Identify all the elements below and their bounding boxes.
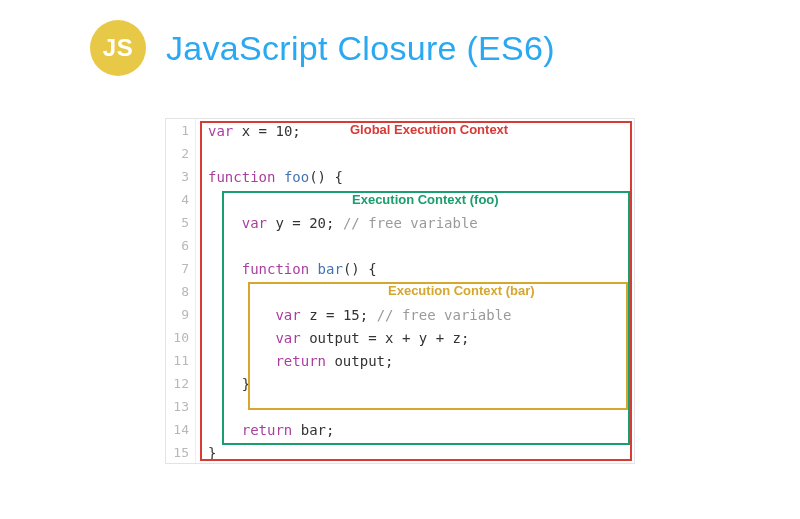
page-title: JavaScript Closure (ES6) bbox=[166, 29, 555, 68]
token-punc: () { bbox=[343, 261, 377, 277]
line-number: 10 bbox=[166, 330, 196, 345]
token-id bbox=[368, 307, 376, 323]
line-number: 3 bbox=[166, 169, 196, 184]
code-content: return output; bbox=[196, 353, 393, 369]
token-punc: ; bbox=[461, 330, 469, 346]
token-id: bar bbox=[292, 422, 326, 438]
code-line: 5 var y = 20; // free variable bbox=[166, 211, 634, 234]
token-func: bar bbox=[318, 261, 343, 277]
token-id bbox=[208, 215, 242, 231]
token-kw: function bbox=[208, 169, 275, 185]
code-line: 6 bbox=[166, 234, 634, 257]
token-cmt: // free variable bbox=[377, 307, 512, 323]
line-number: 7 bbox=[166, 261, 196, 276]
token-id: y bbox=[410, 330, 435, 346]
token-kw: var bbox=[208, 123, 233, 139]
token-punc: } bbox=[242, 376, 250, 392]
token-id: output bbox=[301, 330, 368, 346]
token-num: 10 bbox=[275, 123, 292, 139]
code-line: 4 bbox=[166, 188, 634, 211]
token-id bbox=[309, 261, 317, 277]
code-line: 15} bbox=[166, 441, 634, 464]
token-num: 15 bbox=[343, 307, 360, 323]
token-kw: return bbox=[275, 353, 326, 369]
code-editor: 1var x = 10;23function foo() {45 var y =… bbox=[165, 118, 635, 464]
token-num: 20 bbox=[309, 215, 326, 231]
token-func: foo bbox=[284, 169, 309, 185]
code-content: var z = 15; // free variable bbox=[196, 307, 512, 323]
js-badge-icon: JS bbox=[90, 20, 146, 76]
token-op: = bbox=[259, 123, 267, 139]
line-number: 13 bbox=[166, 399, 196, 414]
code-content: return bar; bbox=[196, 422, 334, 438]
code-line: 8 bbox=[166, 280, 634, 303]
token-id: x bbox=[377, 330, 402, 346]
token-kw: var bbox=[275, 330, 300, 346]
code-line: 3function foo() { bbox=[166, 165, 634, 188]
token-id bbox=[334, 215, 342, 231]
token-op: = bbox=[368, 330, 376, 346]
token-id bbox=[208, 307, 275, 323]
token-kw: var bbox=[275, 307, 300, 323]
token-op: + bbox=[436, 330, 444, 346]
code-line: 2 bbox=[166, 142, 634, 165]
token-id bbox=[208, 261, 242, 277]
code-line: 12 } bbox=[166, 372, 634, 395]
token-punc: ; bbox=[385, 353, 393, 369]
code-content: var output = x + y + z; bbox=[196, 330, 469, 346]
token-id: z bbox=[301, 307, 326, 323]
js-badge-text: JS bbox=[103, 34, 133, 62]
line-number: 4 bbox=[166, 192, 196, 207]
code-content: var y = 20; // free variable bbox=[196, 215, 478, 231]
token-id bbox=[208, 353, 275, 369]
token-id bbox=[334, 307, 342, 323]
line-number: 15 bbox=[166, 445, 196, 460]
token-kw: function bbox=[242, 261, 309, 277]
line-number: 14 bbox=[166, 422, 196, 437]
code-body: 1var x = 10;23function foo() {45 var y =… bbox=[166, 119, 634, 464]
token-id bbox=[301, 215, 309, 231]
token-id bbox=[208, 330, 275, 346]
token-kw: return bbox=[242, 422, 293, 438]
line-number: 5 bbox=[166, 215, 196, 230]
line-number: 8 bbox=[166, 284, 196, 299]
token-punc: () { bbox=[309, 169, 343, 185]
code-line: 10 var output = x + y + z; bbox=[166, 326, 634, 349]
token-punc: ; bbox=[326, 422, 334, 438]
line-number: 1 bbox=[166, 123, 196, 138]
code-line: 1var x = 10; bbox=[166, 119, 634, 142]
line-number: 9 bbox=[166, 307, 196, 322]
line-number: 11 bbox=[166, 353, 196, 368]
token-id: z bbox=[444, 330, 461, 346]
code-content: } bbox=[196, 445, 216, 461]
code-content: } bbox=[196, 376, 250, 392]
token-kw: var bbox=[242, 215, 267, 231]
code-content: function foo() { bbox=[196, 169, 343, 185]
line-number: 2 bbox=[166, 146, 196, 161]
code-line: 11 return output; bbox=[166, 349, 634, 372]
token-cmt: // free variable bbox=[343, 215, 478, 231]
code-line: 14 return bar; bbox=[166, 418, 634, 441]
token-punc: ; bbox=[292, 123, 300, 139]
line-number: 12 bbox=[166, 376, 196, 391]
token-id bbox=[208, 422, 242, 438]
token-id: x bbox=[233, 123, 258, 139]
line-number: 6 bbox=[166, 238, 196, 253]
token-id bbox=[208, 376, 242, 392]
token-punc: ; bbox=[360, 307, 368, 323]
header: JS JavaScript Closure (ES6) bbox=[0, 0, 800, 76]
token-punc: } bbox=[208, 445, 216, 461]
code-line: 9 var z = 15; // free variable bbox=[166, 303, 634, 326]
code-content: function bar() { bbox=[196, 261, 377, 277]
token-id bbox=[275, 169, 283, 185]
code-line: 13 bbox=[166, 395, 634, 418]
token-id: output bbox=[326, 353, 385, 369]
code-content: var x = 10; bbox=[196, 123, 301, 139]
token-id: y bbox=[267, 215, 292, 231]
token-op: = bbox=[292, 215, 300, 231]
code-line: 7 function bar() { bbox=[166, 257, 634, 280]
